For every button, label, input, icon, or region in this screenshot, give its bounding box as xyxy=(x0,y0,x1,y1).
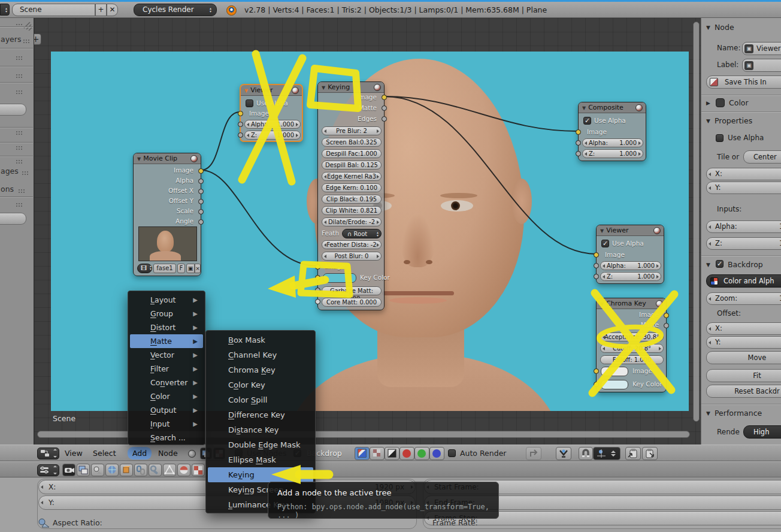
menu-item-search[interactable]: Search ... xyxy=(130,431,203,445)
copy-node-group-icon[interactable] xyxy=(625,447,641,460)
use-alpha-checkbox[interactable] xyxy=(583,117,591,125)
post-blur-slider[interactable]: Post Blur: 0 xyxy=(322,252,382,261)
offset-x-slider[interactable]: X:0 xyxy=(706,322,781,335)
panel-grip-icon[interactable] xyxy=(18,189,26,193)
backdrop-alpha-button[interactable] xyxy=(370,447,385,460)
collapse-icon[interactable]: ▼ xyxy=(706,25,710,31)
save-this-image-button[interactable]: Save This In xyxy=(706,75,781,89)
menu-view[interactable]: View xyxy=(65,449,83,458)
render-quality-dropdown[interactable]: High xyxy=(743,425,781,439)
collapse-icon[interactable]: ▼ xyxy=(706,410,710,416)
edges-output-socket[interactable] xyxy=(382,116,387,122)
key-color-swatch[interactable] xyxy=(601,380,628,389)
z-slider[interactable]: Z:1.000 xyxy=(244,131,301,140)
clip-white-slider[interactable]: Clip White: 0.821 xyxy=(322,206,382,215)
offset-x-output-socket[interactable] xyxy=(198,189,204,194)
image-color-swatch[interactable] xyxy=(601,367,628,376)
image-input-socket[interactable] xyxy=(576,129,581,135)
tile-order-dropdown[interactable]: Center xyxy=(743,150,781,164)
menu-item-ellipse-mask[interactable]: Ellipse Mask xyxy=(208,452,313,467)
matte-output-socket[interactable] xyxy=(382,105,387,111)
render-layers-tab-icon[interactable] xyxy=(77,464,90,476)
core-matte-input-socket[interactable] xyxy=(315,299,320,304)
alpha-input-socket[interactable] xyxy=(238,122,243,127)
node-keying[interactable]: ▼Keying Image Matte Edges Pre Blur: 2 Sc… xyxy=(317,81,385,310)
panel-grip-icon[interactable] xyxy=(16,90,23,94)
section-backdrop[interactable]: Backdrop xyxy=(728,260,763,269)
menu-item-output[interactable]: Output▶ xyxy=(130,403,203,417)
collapse-icon[interactable]: ▼ xyxy=(600,301,604,307)
backdrop-color-alpha-button[interactable] xyxy=(355,447,370,460)
alpha-slider[interactable]: Alpha:1.000 xyxy=(600,261,661,270)
z-input-socket[interactable] xyxy=(576,151,581,156)
panel-grip-icon[interactable] xyxy=(16,56,23,60)
alpha-input-socket[interactable] xyxy=(576,140,581,146)
core-matte-slider[interactable]: Core Matt: 0.000 xyxy=(322,298,382,307)
despill-balance-slider[interactable]: Despill Bal: 0.125 xyxy=(322,161,382,170)
unlink-clip-icon[interactable]: × xyxy=(195,264,201,273)
object-data-tab-icon[interactable] xyxy=(163,464,176,476)
collapse-icon[interactable]: ▼ xyxy=(582,105,586,111)
garbage-matte-slider[interactable]: Garbage Matt: 0.000 xyxy=(322,286,382,295)
z-input-socket[interactable] xyxy=(594,274,599,279)
node-viewer-left[interactable]: ▼Viewer Use Alpha Image Alpha:1.000 Z:1.… xyxy=(240,84,303,142)
move-button[interactable]: Move xyxy=(706,351,781,364)
menu-add[interactable]: Add xyxy=(128,447,152,460)
section-color[interactable]: Color xyxy=(729,98,749,107)
menu-item-difference-key[interactable]: Difference Key xyxy=(208,407,313,422)
backdrop-red-button[interactable] xyxy=(399,447,414,460)
garbage-matte-input-socket[interactable] xyxy=(315,288,320,293)
z-input-socket[interactable] xyxy=(238,132,243,138)
collapse-icon[interactable]: ▼ xyxy=(137,156,141,162)
alpha-input-slider[interactable]: Alpha:1.000 xyxy=(706,220,781,233)
editor-type-button[interactable] xyxy=(37,448,59,460)
menu-item-filter[interactable]: Filter▶ xyxy=(130,362,203,376)
open-clip-icon[interactable]: ▣ xyxy=(186,264,195,273)
falloff-slider[interactable]: Falloff: 1.000 xyxy=(600,355,664,364)
menu-item-converter[interactable]: Converter▶ xyxy=(130,376,203,389)
tool-button[interactable] xyxy=(0,213,26,225)
key-color-input-socket[interactable] xyxy=(594,382,599,387)
backdrop-green-button[interactable] xyxy=(414,447,429,460)
z-slider[interactable]: Z:1.000 xyxy=(600,272,661,281)
scene-tab-icon[interactable] xyxy=(91,464,104,476)
image-input-socket[interactable] xyxy=(594,368,599,374)
menu-item-chroma-key[interactable]: Chroma Key xyxy=(208,362,313,377)
node-chroma-key[interactable]: ▼Chroma Key Image Matte Acceptance: 30.8… xyxy=(596,298,667,392)
panel-grip-icon[interactable] xyxy=(23,39,31,43)
node-header[interactable]: ▼Chroma Key xyxy=(597,298,666,309)
reset-backdrop-button[interactable]: Reset Backdr xyxy=(706,385,781,398)
dilate-erode-slider[interactable]: Dilate/Erode: -2 xyxy=(322,217,382,226)
node-label-field[interactable]: ▣ xyxy=(742,59,781,72)
snap-node-button[interactable] xyxy=(556,447,571,460)
collapse-icon[interactable]: ▼ xyxy=(600,228,604,234)
panel-grip-icon[interactable] xyxy=(16,74,23,78)
menu-item-color[interactable]: Color▶ xyxy=(130,389,203,403)
menu-item-matte[interactable]: Matte▶ xyxy=(130,334,203,348)
acceptance-slider[interactable]: Acceptance: 30.8° xyxy=(600,332,664,341)
use-alpha-checkbox[interactable] xyxy=(246,99,253,107)
clip-black-slider[interactable]: Clip Black: 0.195 xyxy=(322,195,382,204)
material-tab-icon[interactable] xyxy=(177,464,190,476)
node-movie-clip[interactable]: ▼Movie Clip Image Alpha Offset X Offset … xyxy=(133,153,201,276)
collapse-icon[interactable]: ▼ xyxy=(706,118,710,124)
alpha-slider[interactable]: Alpha:1.000 xyxy=(582,138,643,147)
modifiers-tab-icon[interactable] xyxy=(149,464,162,476)
fake-user-button[interactable]: F xyxy=(177,264,185,273)
fit-button[interactable]: Fit xyxy=(706,369,781,382)
angle-output-socket[interactable] xyxy=(198,219,204,225)
tool-button[interactable] xyxy=(0,104,26,116)
backdrop-zoom-slider[interactable]: Zoom:1.000 xyxy=(706,292,781,305)
feather-distance-slider[interactable]: Feather Dista: -2 xyxy=(322,240,382,249)
backdrop-checkbox[interactable] xyxy=(716,260,724,268)
panel-grip-icon[interactable] xyxy=(16,159,23,164)
menu-item-color-key[interactable]: Color Key xyxy=(208,377,313,392)
editor-type-button[interactable]: ▴▾ xyxy=(0,4,10,16)
menu-node[interactable]: Node xyxy=(158,449,178,458)
screen-balance-slider[interactable]: Screen Bal:0.325 xyxy=(322,138,382,147)
feather-falloff-dropdown[interactable]: ∩ Root▴▾ xyxy=(342,229,382,238)
render-tab-icon[interactable] xyxy=(62,464,75,476)
panel-grip-icon[interactable] xyxy=(16,202,23,207)
panel-grip-icon[interactable] xyxy=(22,171,29,175)
offset-y-slider[interactable]: Y:0 xyxy=(706,336,781,349)
